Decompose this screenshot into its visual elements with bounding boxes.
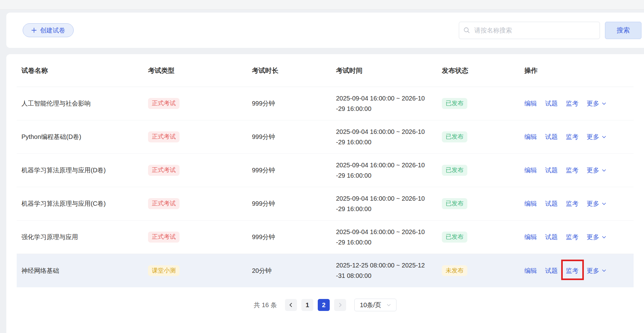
- pagination-total: 共 16 条: [254, 301, 277, 309]
- exam-name: 机器学习算法原理与应用(C卷): [21, 199, 148, 208]
- plus-icon: [31, 27, 37, 33]
- column-header-duration: 考试时长: [252, 66, 336, 75]
- exam-time: 2025-09-04 16:00:00 ~ 2026-10-29 16:00:0…: [336, 193, 442, 214]
- questions-link[interactable]: 试题: [545, 166, 558, 175]
- invigilate-link[interactable]: 监考: [566, 233, 578, 241]
- next-page-button[interactable]: [334, 299, 346, 311]
- edit-link[interactable]: 编辑: [524, 99, 537, 108]
- exam-name: 强化学习原理与应用: [21, 233, 148, 241]
- row-actions: 编辑 试题 监考 更多: [524, 267, 634, 275]
- pagination: 共 16 条 1 2 10条/页: [6, 299, 644, 311]
- chevron-down-icon: [601, 168, 607, 173]
- exam-name: Python编程基础(D卷): [21, 133, 148, 141]
- table-row: 机器学习算法原理与应用(D卷) 正式考试 999分钟 2025-09-04 16…: [17, 154, 634, 187]
- edit-link[interactable]: 编辑: [524, 199, 537, 208]
- page-size-select[interactable]: 10条/页: [354, 299, 396, 311]
- chevron-down-icon: [601, 135, 607, 140]
- more-link[interactable]: 更多: [587, 99, 607, 108]
- chevron-down-icon: [601, 268, 607, 273]
- create-exam-button-label: 创建试卷: [40, 26, 65, 35]
- exam-type-badge: 正式考试: [148, 98, 180, 109]
- more-link[interactable]: 更多: [587, 233, 607, 241]
- more-link[interactable]: 更多: [587, 267, 607, 275]
- exam-duration: 999分钟: [252, 99, 336, 108]
- status-badge: 未发布: [442, 265, 467, 276]
- row-actions: 编辑 试题 监考 更多: [524, 199, 634, 208]
- top-strip: [0, 0, 644, 9]
- exam-time: 2025-12-25 08:00:00 ~ 2025-12-31 08:00:0…: [336, 260, 442, 281]
- page-button-1[interactable]: 1: [301, 299, 313, 311]
- exam-type-badge: 正式考试: [148, 165, 180, 176]
- chevron-right-icon: [337, 302, 343, 308]
- column-header-name: 试卷名称: [21, 66, 148, 75]
- exam-time: 2025-09-04 16:00:00 ~ 2026-10-29 16:00:0…: [336, 227, 442, 248]
- invigilate-link[interactable]: 监考: [566, 166, 578, 175]
- invigilate-link[interactable]: 监考: [566, 199, 578, 208]
- column-header-type: 考试类型: [148, 66, 252, 75]
- table-row: 强化学习原理与应用 正式考试 999分钟 2025-09-04 16:00:00…: [17, 221, 634, 254]
- status-badge: 已发布: [442, 232, 467, 243]
- page-size-label: 10条/页: [360, 301, 381, 309]
- questions-link[interactable]: 试题: [545, 233, 558, 241]
- exam-duration: 999分钟: [252, 233, 336, 241]
- page-button-2-active[interactable]: 2: [318, 299, 330, 311]
- more-link[interactable]: 更多: [587, 199, 607, 208]
- exam-time: 2025-09-04 16:00:00 ~ 2026-10-29 16:00:0…: [336, 127, 442, 147]
- edit-link[interactable]: 编辑: [524, 166, 537, 175]
- more-link[interactable]: 更多: [587, 166, 607, 175]
- exam-duration: 999分钟: [252, 133, 336, 141]
- chevron-down-icon: [601, 235, 607, 240]
- questions-link[interactable]: 试题: [545, 267, 558, 275]
- search-input[interactable]: [459, 22, 600, 39]
- table-header-row: 试卷名称 考试类型 考试时长 考试时间 发布状态 操作: [17, 54, 634, 87]
- row-actions: 编辑 试题 监考 更多: [524, 133, 634, 141]
- exam-table: 试卷名称 考试类型 考试时长 考试时间 发布状态 操作 人工智能伦理与社会影响 …: [17, 54, 634, 287]
- table-row: 机器学习算法原理与应用(C卷) 正式考试 999分钟 2025-09-04 16…: [17, 187, 634, 221]
- questions-link[interactable]: 试题: [545, 199, 558, 208]
- exam-duration: 20分钟: [252, 267, 336, 275]
- chevron-down-icon: [386, 303, 391, 307]
- exam-time: 2025-09-04 16:00:00 ~ 2026-10-29 16:00:0…: [336, 160, 442, 181]
- prev-page-button[interactable]: [285, 299, 297, 311]
- table-row: 人工智能伦理与社会影响 正式考试 999分钟 2025-09-04 16:00:…: [17, 87, 634, 120]
- search-button[interactable]: 搜索: [605, 22, 641, 39]
- table-row: 神经网络基础 课堂小测 20分钟 2025-12-25 08:00:00 ~ 2…: [17, 254, 634, 287]
- chevron-down-icon: [601, 201, 607, 206]
- exam-time: 2025-09-04 16:00:00 ~ 2026-10-29 16:00:0…: [336, 93, 442, 114]
- table-card: 试卷名称 考试类型 考试时长 考试时间 发布状态 操作 人工智能伦理与社会影响 …: [6, 54, 644, 333]
- row-actions: 编辑 试题 监考 更多: [524, 166, 634, 175]
- invigilate-link[interactable]: 监考: [566, 267, 578, 274]
- column-header-status: 发布状态: [442, 66, 524, 75]
- chevron-left-icon: [288, 302, 294, 308]
- edit-link[interactable]: 编辑: [524, 233, 537, 241]
- status-badge: 已发布: [442, 198, 467, 209]
- exam-type-badge: 正式考试: [148, 198, 180, 209]
- questions-link[interactable]: 试题: [545, 99, 558, 108]
- exam-type-badge: 正式考试: [148, 131, 180, 142]
- edit-link[interactable]: 编辑: [524, 133, 537, 141]
- create-exam-button[interactable]: 创建试卷: [23, 23, 74, 37]
- invigilate-link[interactable]: 监考: [566, 133, 578, 141]
- row-actions: 编辑 试题 监考 更多: [524, 233, 634, 241]
- toolbar-card: 创建试卷 搜索: [6, 13, 644, 48]
- exam-duration: 999分钟: [252, 199, 336, 208]
- status-badge: 已发布: [442, 98, 467, 109]
- exam-name: 人工智能伦理与社会影响: [21, 99, 148, 108]
- search-area: 搜索: [459, 22, 641, 39]
- invigilate-link[interactable]: 监考: [566, 99, 578, 108]
- column-header-time: 考试时间: [336, 66, 442, 75]
- chevron-down-icon: [601, 101, 607, 106]
- exam-duration: 999分钟: [252, 166, 336, 175]
- search-box: [459, 22, 600, 39]
- row-actions: 编辑 试题 监考 更多: [524, 99, 634, 108]
- column-header-actions: 操作: [524, 66, 634, 75]
- more-link[interactable]: 更多: [587, 133, 607, 141]
- exam-type-badge: 正式考试: [148, 232, 180, 243]
- status-badge: 已发布: [442, 131, 467, 142]
- exam-name: 机器学习算法原理与应用(D卷): [21, 166, 148, 175]
- edit-link[interactable]: 编辑: [524, 267, 537, 275]
- exam-type-badge: 课堂小测: [148, 265, 180, 276]
- table-row: Python编程基础(D卷) 正式考试 999分钟 2025-09-04 16:…: [17, 120, 634, 154]
- exam-name: 神经网络基础: [21, 267, 148, 275]
- questions-link[interactable]: 试题: [545, 133, 558, 141]
